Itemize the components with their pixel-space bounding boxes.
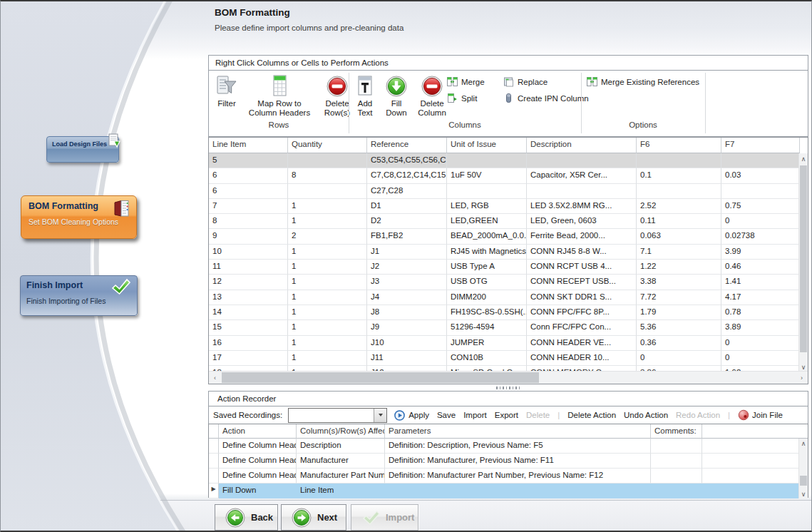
- wizard-step-load-design-files[interactable]: Load Design Files: [46, 136, 119, 163]
- cell[interactable]: JUMPER: [447, 336, 527, 351]
- cell[interactable]: 0: [721, 336, 800, 351]
- cell[interactable]: 51296-4594: [447, 320, 527, 335]
- cell[interactable]: USB OTG: [447, 275, 527, 290]
- cell[interactable]: CONN RECEPT USB...: [527, 275, 637, 290]
- cell[interactable]: Define Column Header: [219, 469, 297, 484]
- cell[interactable]: [702, 469, 800, 484]
- bom-row[interactable]: 5C53,C54,C55,C56,C...: [209, 153, 800, 168]
- cell[interactable]: [288, 184, 367, 199]
- cell[interactable]: CONN HEADER VE...: [527, 336, 637, 351]
- action-row[interactable]: Define Column HeaderManufacturer Part Nu…: [209, 469, 800, 484]
- bom-row[interactable]: 111J2USB Type ACONN RCPT USB 4...1.220.4…: [209, 260, 800, 275]
- row-selector[interactable]: ▶: [209, 484, 219, 498]
- cell[interactable]: 0.78: [721, 305, 800, 320]
- cell[interactable]: [637, 153, 721, 168]
- cell[interactable]: DIMM200: [447, 290, 527, 305]
- cell[interactable]: 8: [209, 214, 288, 229]
- cell[interactable]: Fill Down: [219, 484, 297, 498]
- cell[interactable]: [702, 454, 800, 469]
- cell[interactable]: 0: [637, 351, 721, 366]
- column-header[interactable]: Comments:: [651, 424, 702, 439]
- cell[interactable]: [288, 153, 367, 168]
- merge-button[interactable]: Merge: [447, 76, 485, 88]
- replace-button[interactable]: Replace: [503, 76, 548, 88]
- action-row[interactable]: Define Column HeaderDescriptionDefinitio…: [209, 439, 800, 454]
- cell[interactable]: 6: [209, 184, 288, 199]
- cell[interactable]: [651, 469, 702, 484]
- scroll-left-button[interactable]: ‹: [209, 372, 221, 384]
- wizard-step-finish-import[interactable]: Finish Import Finish Importing of Files: [20, 275, 138, 316]
- cell[interactable]: Capacitor, X5R Cer...: [527, 168, 637, 183]
- cell[interactable]: FB1,FB2: [367, 229, 447, 244]
- row-selector[interactable]: [209, 469, 219, 484]
- cell[interactable]: 7.72: [637, 290, 721, 305]
- cell[interactable]: [651, 439, 702, 454]
- cell[interactable]: 3.38: [637, 275, 721, 290]
- bom-row[interactable]: 68C7,C8,C12,C14,C15,...1uF 50VCapacitor,…: [209, 168, 800, 183]
- cell[interactable]: [702, 439, 800, 454]
- cell[interactable]: Define Column Header: [219, 454, 297, 469]
- column-header[interactable]: Reference: [367, 138, 447, 153]
- bom-row[interactable]: 171J11CON10BCONN HEADER 10...00: [209, 351, 800, 366]
- cell[interactable]: 1: [288, 199, 367, 214]
- cell[interactable]: 15: [209, 320, 288, 335]
- cell[interactable]: USB Type A: [447, 260, 527, 275]
- cell[interactable]: [721, 184, 800, 199]
- cell[interactable]: Description: [297, 439, 385, 454]
- delete-recording-button[interactable]: Delete: [526, 411, 550, 419]
- cell[interactable]: 6: [209, 168, 288, 183]
- column-header[interactable]: Description: [527, 138, 637, 153]
- cell[interactable]: 16: [209, 336, 288, 351]
- cell[interactable]: 0.1: [637, 168, 721, 183]
- cell[interactable]: J3: [367, 275, 447, 290]
- cell[interactable]: Define Column Header: [219, 439, 297, 454]
- bom-grid-hscrollbar[interactable]: ‹ ›: [209, 371, 808, 384]
- saved-recordings-combobox[interactable]: [288, 408, 387, 423]
- cell[interactable]: [527, 153, 637, 168]
- cell[interactable]: [447, 153, 527, 168]
- filter-button[interactable]: Filter: [212, 73, 241, 108]
- cell[interactable]: 1: [288, 290, 367, 305]
- vscroll-thumb[interactable]: [800, 165, 807, 352]
- cell[interactable]: 4.17: [721, 290, 800, 305]
- cell[interactable]: 9: [209, 229, 288, 244]
- column-header[interactable]: [702, 424, 808, 439]
- action-grid-vscrollbar[interactable]: ∧ ∨: [798, 439, 808, 498]
- cell[interactable]: 1: [288, 320, 367, 335]
- apply-button[interactable]: Apply: [408, 411, 429, 419]
- back-button[interactable]: Back: [215, 504, 278, 531]
- bom-row[interactable]: 6C27,C28: [209, 184, 800, 199]
- cell[interactable]: 1: [288, 214, 367, 229]
- cell[interactable]: LED 3.5X2.8MM RG...: [527, 199, 637, 214]
- map-row-to-column-headers-button[interactable]: Map Row to Column Headers: [242, 73, 317, 118]
- column-header[interactable]: Action: [219, 424, 297, 439]
- bom-row[interactable]: 81D2LED,GREENLED, Green, 06030.110: [209, 214, 800, 229]
- split-button[interactable]: Split: [447, 92, 477, 104]
- delete-action-button[interactable]: Delete Action: [567, 411, 616, 419]
- column-header[interactable]: Parameters: [385, 424, 651, 439]
- scroll-down-button[interactable]: ∨: [799, 489, 808, 498]
- bom-grid-vscrollbar[interactable]: ∧ ∨: [798, 153, 808, 372]
- cell[interactable]: 1: [288, 305, 367, 320]
- scroll-up-button[interactable]: ∧: [799, 439, 808, 448]
- column-header[interactable]: Column(s)/Row(s) Affected: [297, 424, 385, 439]
- cell[interactable]: 0.46: [721, 260, 800, 275]
- cell[interactable]: C53,C54,C55,C56,C...: [367, 153, 447, 168]
- bom-row[interactable]: 131J4DIMM200CONN SKT DDR1 S...7.724.17: [209, 290, 800, 305]
- cell[interactable]: [702, 484, 800, 498]
- cell[interactable]: [637, 184, 721, 199]
- cell[interactable]: 0.36: [637, 336, 721, 351]
- cell[interactable]: CON10B: [447, 351, 527, 366]
- hscroll-thumb[interactable]: [222, 372, 539, 383]
- vscroll-thumb[interactable]: [800, 476, 807, 486]
- cell[interactable]: 2: [288, 229, 367, 244]
- cell[interactable]: 8: [288, 168, 367, 183]
- cell[interactable]: J9: [367, 320, 447, 335]
- cell[interactable]: 1.79: [637, 305, 721, 320]
- row-selector[interactable]: [209, 454, 219, 469]
- cell[interactable]: J4: [367, 290, 447, 305]
- combo-dropdown-button[interactable]: [374, 409, 386, 422]
- save-recording-button[interactable]: Save: [437, 411, 456, 419]
- cell[interactable]: 7: [209, 199, 288, 214]
- cell[interactable]: J8: [367, 305, 447, 320]
